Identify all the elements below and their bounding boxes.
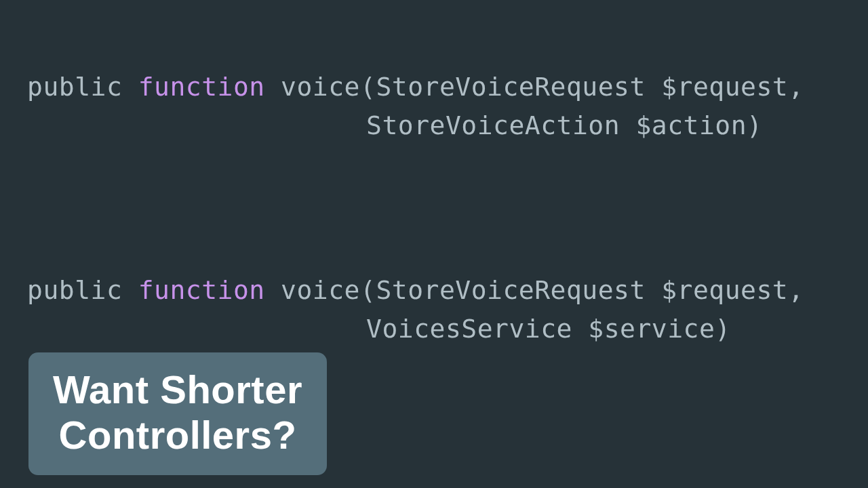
code-line2: StoreVoiceAction $action) — [27, 106, 804, 145]
code-snippet-1: public function voice(StoreVoiceRequest … — [27, 68, 804, 145]
function-name: voice — [281, 275, 360, 305]
param1-type: StoreVoiceRequest — [376, 72, 645, 102]
param2-var: $action — [635, 110, 747, 140]
function-name: voice — [281, 72, 360, 102]
keyword-function: function — [138, 72, 265, 102]
param2-type: StoreVoiceAction — [366, 110, 620, 140]
callout-line2: Controllers? — [53, 413, 302, 458]
param2-var: $service — [588, 314, 715, 344]
keyword-public: public — [27, 275, 122, 305]
comma: , — [788, 72, 804, 102]
paren-open: ( — [360, 72, 376, 102]
param1-type: StoreVoiceRequest — [376, 275, 645, 305]
paren-close: ) — [715, 314, 730, 344]
param1-var: $request — [661, 275, 788, 305]
paren-close: ) — [747, 110, 762, 140]
keyword-public: public — [27, 72, 122, 102]
code-line2: VoicesService $service) — [27, 310, 804, 348]
callout-line1: Want Shorter — [53, 367, 302, 413]
param2-type: VoicesService — [366, 314, 572, 344]
comma: , — [788, 275, 804, 305]
paren-open: ( — [360, 275, 376, 305]
code-snippet-2: public function voice(StoreVoiceRequest … — [27, 271, 804, 348]
callout-box: Want Shorter Controllers? — [28, 352, 327, 475]
param1-var: $request — [661, 72, 788, 102]
keyword-function: function — [138, 275, 265, 305]
